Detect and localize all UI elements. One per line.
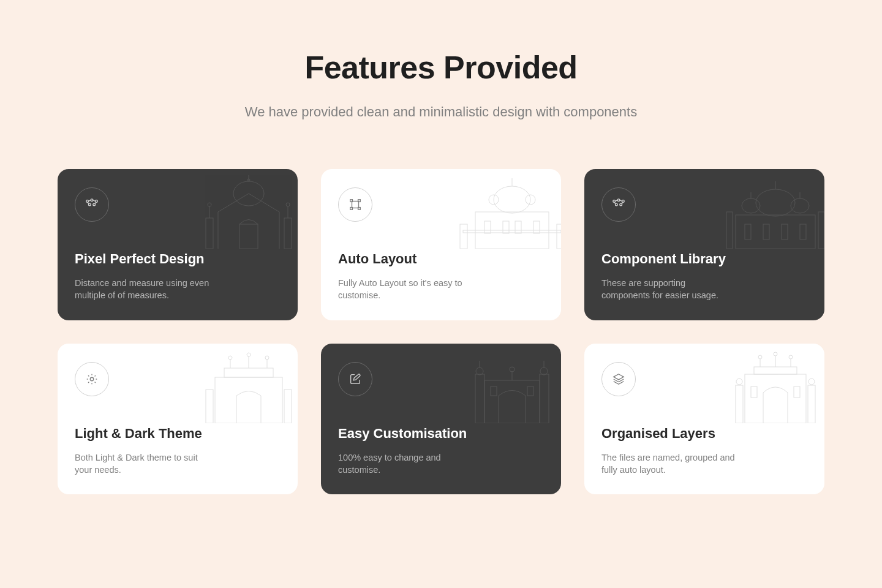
svg-point-58 (510, 367, 514, 372)
card-title: Component Library (601, 251, 807, 267)
svg-rect-56 (491, 386, 497, 396)
svg-point-30 (622, 200, 625, 203)
edit-icon (349, 372, 362, 386)
svg-point-29 (617, 199, 620, 202)
svg-point-0 (86, 200, 89, 203)
svg-rect-27 (557, 224, 561, 249)
card-icon-circle (601, 187, 636, 222)
gateway-illustration (194, 344, 298, 423)
svg-rect-52 (475, 374, 484, 423)
features-grid: Pixel Perfect Design Distance and measur… (58, 169, 824, 494)
svg-rect-25 (533, 221, 540, 233)
svg-rect-50 (284, 390, 292, 423)
section-subtitle: We have provided clean and minimalistic … (58, 104, 824, 120)
svg-point-55 (540, 368, 548, 375)
svg-point-2 (96, 200, 98, 203)
svg-rect-39 (745, 224, 751, 239)
card-title: Easy Customisation (338, 426, 544, 442)
feature-card-light-dark-theme: Light & Dark Theme Both Light & Dark the… (58, 344, 298, 495)
svg-point-18 (494, 186, 530, 213)
svg-point-54 (476, 368, 483, 375)
sun-icon (85, 372, 99, 386)
feature-card-component-library: Component Library These are supporting c… (584, 169, 824, 320)
features-section: Features Provided We have provided clean… (0, 0, 882, 494)
svg-point-43 (90, 377, 94, 381)
svg-point-62 (774, 352, 777, 356)
svg-rect-38 (818, 212, 824, 249)
svg-point-28 (613, 200, 616, 203)
card-description: Fully Auto Layout so it's easy to custom… (338, 277, 473, 302)
card-description: Distance and measure using even multiple… (75, 277, 209, 302)
svg-rect-59 (745, 374, 806, 423)
svg-point-67 (809, 379, 815, 385)
svg-rect-24 (515, 221, 521, 233)
feature-card-pixel-perfect: Pixel Perfect Design Distance and measur… (58, 169, 298, 320)
svg-rect-21 (463, 230, 561, 233)
svg-rect-8 (284, 218, 292, 249)
card-title: Pixel Perfect Design (75, 251, 281, 267)
section-title: Features Provided (58, 49, 824, 86)
svg-rect-12 (352, 202, 359, 208)
card-description: Both Light & Dark theme to suit your nee… (75, 451, 209, 477)
svg-point-63 (789, 355, 793, 359)
svg-rect-64 (736, 385, 743, 423)
svg-rect-57 (527, 386, 533, 396)
svg-point-1 (91, 199, 93, 202)
card-title: Light & Dark Theme (75, 426, 281, 442)
card-icon-circle (601, 362, 636, 396)
svg-point-34 (756, 189, 795, 216)
feature-card-organised-layers: Organised Layers The files are named, gr… (584, 344, 824, 495)
card-title: Auto Layout (338, 251, 544, 267)
section-header: Features Provided We have provided clean… (58, 49, 824, 120)
svg-rect-14 (358, 200, 361, 202)
svg-rect-33 (736, 215, 815, 249)
svg-point-36 (791, 198, 809, 213)
svg-point-66 (736, 379, 742, 385)
card-description: These are supporting components for easi… (601, 277, 736, 302)
mosque-illustration (720, 169, 824, 249)
svg-rect-69 (794, 386, 800, 398)
svg-rect-53 (540, 374, 549, 423)
card-icon-circle (338, 362, 372, 396)
svg-rect-7 (206, 218, 213, 249)
svg-rect-13 (350, 200, 353, 202)
svg-point-61 (758, 355, 762, 359)
nodes-icon (612, 198, 625, 211)
card-title: Organised Layers (601, 426, 807, 442)
svg-point-35 (742, 198, 760, 213)
gateway-of-india-illustration (720, 344, 824, 423)
svg-rect-41 (782, 224, 788, 239)
card-description: The files are named, grouped and fully a… (601, 451, 736, 477)
svg-rect-40 (763, 224, 769, 239)
svg-rect-42 (800, 224, 806, 239)
svg-rect-23 (503, 221, 509, 233)
svg-rect-45 (224, 368, 273, 377)
bounding-box-icon (349, 198, 362, 211)
svg-rect-44 (215, 377, 282, 423)
feature-card-easy-customisation: Easy Customisation 100% easy to change a… (321, 344, 561, 495)
svg-rect-11 (239, 224, 258, 249)
nodes-icon (85, 198, 99, 211)
svg-rect-49 (206, 390, 213, 423)
svg-rect-68 (751, 386, 757, 398)
card-icon-circle (75, 362, 109, 396)
svg-rect-65 (808, 385, 815, 423)
layers-icon (612, 372, 625, 386)
temple-illustration (457, 169, 561, 249)
feature-card-auto-layout: Auto Layout Fully Auto Layout so it's ea… (321, 169, 561, 320)
svg-rect-15 (350, 208, 353, 210)
svg-rect-16 (358, 208, 361, 210)
card-icon-circle (75, 187, 109, 222)
card-icon-circle (338, 187, 372, 222)
svg-rect-37 (726, 212, 733, 249)
svg-rect-26 (460, 224, 467, 249)
card-description: 100% easy to change and customise. (338, 451, 473, 477)
svg-rect-22 (484, 221, 491, 233)
charminar-illustration (457, 344, 561, 423)
monument-illustration (194, 169, 298, 249)
svg-rect-60 (754, 367, 797, 374)
